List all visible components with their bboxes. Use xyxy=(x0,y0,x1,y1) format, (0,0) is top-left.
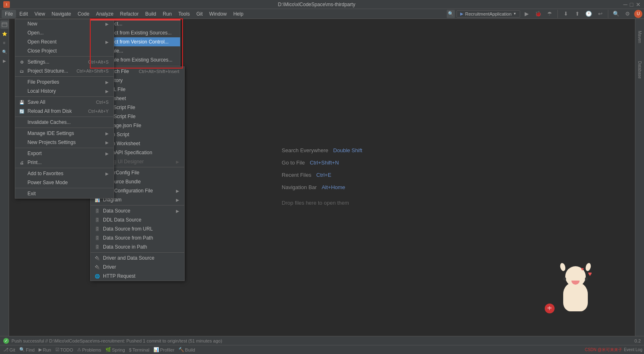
debug-btn[interactable]: 🐞 xyxy=(533,9,543,19)
app-icon: I xyxy=(3,1,10,8)
file-sub-http-request[interactable]: 🌐 HTTP Request xyxy=(91,272,184,281)
status-icon: ✓ xyxy=(3,338,9,344)
file-menu-file-properties[interactable]: File Properties ▶ xyxy=(15,78,114,87)
menu-edit[interactable]: Edit xyxy=(16,10,31,18)
menu-code[interactable]: Code xyxy=(74,10,93,18)
menu-build[interactable]: Build xyxy=(142,10,160,18)
sidebar-maven-icon[interactable]: Maven xyxy=(637,21,643,53)
file-sub-data-source-url[interactable]: 🗄 Data Source from URL xyxy=(91,224,184,233)
file-sep-7 xyxy=(15,168,114,168)
file-menu-reload[interactable]: 🔄 Reload All from Disk Ctrl+Alt+Y xyxy=(15,107,114,116)
file-sub-driver[interactable]: 🔌 Driver xyxy=(91,263,184,272)
sidebar-structure-icon[interactable]: ≡ xyxy=(0,39,9,47)
new-projects-icon xyxy=(18,139,25,146)
maximize-btn[interactable]: □ xyxy=(630,1,633,8)
file-menu-manage-ide[interactable]: Manage IDE Settings ▶ xyxy=(15,129,114,138)
file-menu-open[interactable]: Open... xyxy=(15,28,114,37)
export-icon xyxy=(18,150,25,157)
right-sidebar: Maven Database xyxy=(635,19,644,336)
menu-file[interactable]: File xyxy=(2,10,16,18)
file-menu-invalidate[interactable]: Invalidate Caches... xyxy=(15,118,114,127)
bottom-build[interactable]: 🔨Build xyxy=(177,347,196,352)
window-controls: ─ □ ✕ xyxy=(623,1,641,8)
file-menu-open-recent[interactable]: Open Recent ▶ xyxy=(15,37,114,46)
file-menu-save-all[interactable]: 💾 Save All Ctrl+S xyxy=(15,98,114,107)
data-source-in-path-icon: 🗄 xyxy=(94,244,100,250)
file-sep-2 xyxy=(15,76,114,77)
menu-window[interactable]: Window xyxy=(206,10,230,18)
sidebar-run-icon[interactable]: ▶ xyxy=(0,57,9,65)
csdn-badge: CSDN @米可来来子 xyxy=(585,347,622,353)
bottom-profiler[interactable]: 📊Profiler xyxy=(152,347,176,352)
bottom-todo[interactable]: ☑TODO xyxy=(54,347,75,352)
manage-ide-icon xyxy=(18,130,25,137)
run-btn[interactable]: ▶ xyxy=(522,9,532,19)
bottom-problems[interactable]: ⚠Problems xyxy=(75,347,103,352)
menu-analyze[interactable]: Analyze xyxy=(93,10,117,18)
file-sep-5 xyxy=(15,128,114,128)
driver-and-ds-icon: 🔌 xyxy=(94,255,100,261)
coverage-btn[interactable]: ☂ xyxy=(545,9,555,19)
file-menu-project-structure[interactable]: 🗂 Project Structure... Ctrl+Alt+Shift+S xyxy=(15,66,114,75)
sidebar-db-icon[interactable]: Database xyxy=(637,53,643,86)
search-btn[interactable]: 🔍 xyxy=(611,9,621,19)
menu-navigate[interactable]: Navigate xyxy=(48,10,74,18)
welcome-panel: Search Everywhere Double Shift Go to Fil… xyxy=(282,145,362,210)
http-request-icon: 🌐 xyxy=(94,273,100,279)
exit-icon xyxy=(18,190,25,197)
settings-btn[interactable]: ⚙ xyxy=(623,9,633,19)
status-bar: ✓ Push successful // D:\Mico\xlCodeSpace… xyxy=(0,336,644,345)
file-menu-print[interactable]: 🖨 Print... xyxy=(15,158,114,167)
sidebar-project-icon[interactable] xyxy=(0,21,9,29)
git-update-btn[interactable]: ⬇ xyxy=(561,9,571,19)
data-source-url-icon: 🗄 xyxy=(94,226,100,232)
file-sub-ddl-data-source[interactable]: 🗄 DDL Data Source xyxy=(91,215,184,224)
file-sep-6 xyxy=(15,148,114,148)
sidebar-bookmark-icon[interactable]: ⭐ xyxy=(0,30,9,38)
left-sidebar: ⭐ ≡ 🔍 ▶ xyxy=(0,19,9,336)
file-sub-data-source[interactable]: 🗄 Data Source ▶ xyxy=(91,206,184,215)
file-menu-export[interactable]: Export ▶ xyxy=(15,149,114,158)
git-push-btn[interactable]: ⬆ xyxy=(572,9,582,19)
file-sub-driver-and-ds[interactable]: 🔌 Driver and Data Source xyxy=(91,254,184,263)
close-btn[interactable]: ✕ xyxy=(636,1,641,8)
mascot-image: ♥ ♥ 中 xyxy=(545,266,594,315)
bottom-terminal[interactable]: $Terminal xyxy=(128,347,151,352)
menu-refactor[interactable]: Refactor xyxy=(117,10,142,18)
sidebar-find-icon[interactable]: 🔍 xyxy=(0,48,9,56)
title-bar: I D:\Mico\xlCodeSpace\ms-thirdparty ─ □ … xyxy=(0,0,644,9)
bottom-run[interactable]: ▶Run xyxy=(37,347,53,352)
menu-help[interactable]: Help xyxy=(230,10,247,18)
toolbar-sep-2 xyxy=(608,10,608,18)
progress-value: 0.2 xyxy=(635,338,641,343)
file-menu-settings[interactable]: ⚙ Settings... Ctrl+Alt+S xyxy=(15,57,114,66)
go-to-file-shortcut: Ctrl+Shift+N xyxy=(310,158,339,168)
menu-bar: File Edit View Navigate Code Analyze Ref… xyxy=(0,9,644,19)
save-icon: 💾 xyxy=(18,99,25,105)
file-menu-new-projects[interactable]: New Projects Settings ▶ xyxy=(15,138,114,147)
run-config[interactable]: ▶ RecruitmentApplication ▼ xyxy=(457,10,520,18)
file-sub-data-source-path[interactable]: 🗄 Data Source from Path xyxy=(91,233,184,242)
file-menu-exit[interactable]: Exit xyxy=(15,189,114,198)
file-menu-close-project[interactable]: Close Project xyxy=(15,46,114,55)
new-icon xyxy=(18,21,25,27)
minimize-btn[interactable]: ─ xyxy=(623,1,628,8)
bottom-find[interactable]: 🔍Find xyxy=(18,347,36,352)
file-menu-power-save[interactable]: Power Save Mode xyxy=(15,178,114,187)
menu-view[interactable]: View xyxy=(31,10,48,18)
event-log[interactable]: Event Log xyxy=(624,347,642,352)
git-history-btn[interactable]: 🕐 xyxy=(584,9,594,19)
menu-tools[interactable]: Tools xyxy=(175,10,193,18)
bottom-git[interactable]: ⎇Git xyxy=(2,347,17,352)
bottom-spring[interactable]: 🌿Spring xyxy=(104,347,127,352)
file-sub-data-source-in-path[interactable]: 🗄 Data Source in Path xyxy=(91,242,184,251)
file-menu-new[interactable]: New ▶ xyxy=(15,19,114,28)
user-avatar[interactable]: U xyxy=(634,10,642,18)
search-everywhere-icon[interactable]: 🔍 xyxy=(447,10,455,18)
menu-run[interactable]: Run xyxy=(160,10,175,18)
file-sep-1 xyxy=(15,56,114,57)
file-menu-add-favorites[interactable]: Add to Favorites ▶ xyxy=(15,169,114,178)
git-revert-btn[interactable]: ↩ xyxy=(595,9,605,19)
file-menu-local-history[interactable]: Local History ▶ xyxy=(15,87,114,96)
menu-git[interactable]: Git xyxy=(193,10,206,18)
